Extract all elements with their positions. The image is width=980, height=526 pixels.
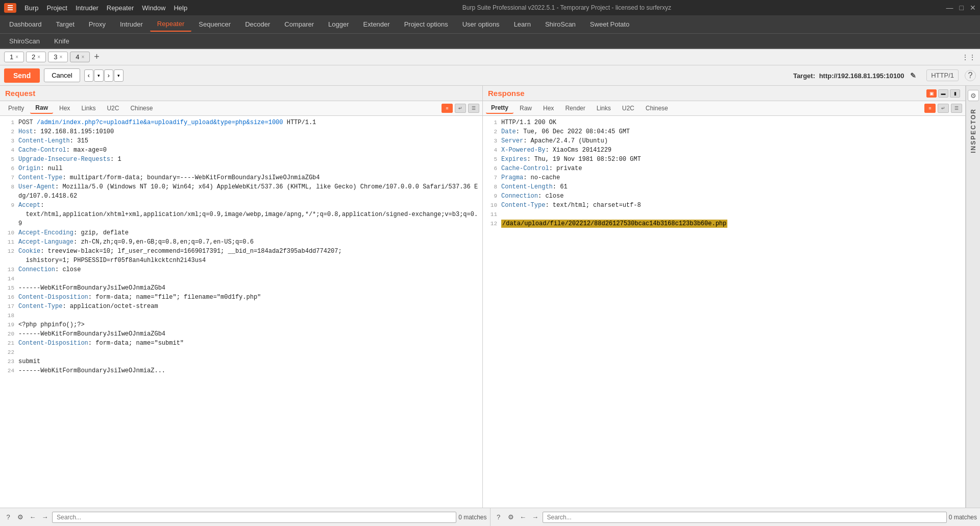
burp-logo: ☰ [4,3,16,13]
cancel-button[interactable]: Cancel [44,68,80,82]
resp-search-back-icon[interactable]: ← [518,512,528,522]
inspector-settings-icon[interactable]: ⚙ [968,90,979,101]
resp-tab-raw[interactable]: Raw [514,103,537,113]
req-search-fwd-icon[interactable]: → [40,512,50,522]
menu-repeater[interactable]: Repeater [107,4,134,12]
menu-burp[interactable]: Burp [24,4,38,12]
resp-tab-pretty[interactable]: Pretty [486,103,513,114]
resp-tab-chinese[interactable]: Chinese [641,103,673,113]
resp-view-ln-icon[interactable]: ↵ [938,104,949,113]
req-tab-links[interactable]: Links [76,103,101,113]
nav-back-button[interactable]: ‹ [84,69,93,82]
resp-line-6: 6 Cache-Control: private [483,164,965,173]
repeater-tabs-more-icon[interactable]: ⋮⋮ [962,53,976,61]
resp-line-9: 9 Connection: close [483,192,965,201]
req-tab-raw[interactable]: Raw [30,103,53,114]
nav-tab-target[interactable]: Target [49,17,82,31]
resp-line-5: 5 Expires: Thu, 19 Nov 1981 08:52:00 GMT [483,155,965,164]
nav-tab-extender[interactable]: Extender [356,17,397,31]
resp-line-7: 7 Pragma: no-cache [483,173,965,182]
req-line-12: 12 Cookie: treeview-black=10; lf_user_re… [0,247,482,265]
titlebar: ☰ Burp Project Intruder Repeater Window … [0,0,980,15]
minimize-button[interactable]: — [946,4,953,12]
repeater-tab-add[interactable]: + [92,52,102,62]
help-icon[interactable]: ? [965,70,976,81]
edit-target-icon[interactable]: ✎ [910,71,916,80]
req-line-17: 17 Content-Type: application/octet-strea… [0,302,482,311]
target-label: Target: [793,72,815,80]
req-tab-u2c[interactable]: U2C [102,103,124,113]
repeater-tab-4[interactable]: 4 × [70,52,90,62]
nav-tab-decoder[interactable]: Decoder [238,17,277,31]
repeater-tab-3[interactable]: 3 × [48,52,68,62]
nav-tab-dashboard[interactable]: Dashboard [2,17,49,31]
req-line-14: 14 [0,274,482,283]
http-version[interactable]: HTTP/1 [926,69,959,81]
send-button[interactable]: Send [4,68,40,83]
nav-fwd-button[interactable]: › [104,69,113,82]
req-tab-chinese[interactable]: Chinese [125,103,158,113]
req-search-back-icon[interactable]: ← [28,512,38,522]
req-line-1: 1 POST /admin/index.php?c=uploadfile&a=u… [0,118,482,127]
req-tab-hex[interactable]: Hex [54,103,75,113]
menu-help[interactable]: Help [174,4,187,12]
resp-tab-links[interactable]: Links [592,103,616,113]
resp-view-menu-icon[interactable]: ☰ [951,104,962,113]
repeater-tab-3-close[interactable]: × [59,54,62,60]
repeater-tab-2[interactable]: 2 × [26,52,46,62]
req-view-icons: ≡ ↵ ☰ [442,104,479,113]
inspector-label[interactable]: INSPECTOR [970,108,977,153]
req-view-ln-icon[interactable]: ↵ [455,104,466,113]
nav2-knife[interactable]: Knife [47,34,77,48]
req-view-menu-icon[interactable]: ☰ [468,104,479,113]
repeater-tab-1[interactable]: 1 × [4,52,24,62]
repeater-tab-2-close[interactable]: × [37,54,40,60]
nav-tab-shiroscan[interactable]: ShiroScan [538,17,583,31]
request-search-input[interactable] [52,512,456,523]
req-tab-pretty[interactable]: Pretty [3,103,29,113]
nav-tab-sweet-potato[interactable]: Sweet Potato [583,17,636,31]
resp-icon-horizontal[interactable]: ▬ [938,89,948,98]
resp-line-3: 3 Server: Apache/2.4.7 (Ubuntu) [483,136,965,146]
nav-tab-comparer[interactable]: Comparer [277,17,321,31]
window-controls: — □ ✕ [946,4,976,12]
nav-tab-project-options[interactable]: Project options [397,17,455,31]
req-line-3: 3 Content-Length: 315 [0,136,482,146]
req-search-help-icon[interactable]: ? [3,512,13,522]
menu-window[interactable]: Window [142,4,165,12]
nav-tab-learn[interactable]: Learn [507,17,538,31]
nav-tab-proxy[interactable]: Proxy [82,17,113,31]
nav-tab-intruder[interactable]: Intruder [113,17,150,31]
resp-search-settings-icon[interactable]: ⚙ [506,512,516,522]
nav2-shiroscan[interactable]: ShiroScan [2,34,47,48]
request-code-area[interactable]: 1 POST /admin/index.php?c=uploadfile&a=u… [0,116,482,508]
nav-tab-user-options[interactable]: User options [455,17,507,31]
menu-project[interactable]: Project [46,4,67,12]
req-search-settings-icon[interactable]: ⚙ [15,512,26,522]
response-search-input[interactable] [543,512,947,523]
resp-tab-render[interactable]: Render [560,103,590,113]
repeater-tab-1-close[interactable]: × [15,54,18,60]
maximize-button[interactable]: □ [960,4,964,12]
response-view-tabs: Pretty Raw Hex Render Links U2C Chinese … [483,101,965,116]
nav-back-dropdown[interactable]: ▾ [94,69,104,82]
target-url: http://192.168.81.195:10100 [819,72,904,80]
response-code-area[interactable]: 1 HTTP/1.1 200 OK 2 Date: Tue, 06 Dec 20… [483,116,965,508]
repeater-tab-4-close[interactable]: × [81,54,84,60]
resp-view-wrap-icon[interactable]: ≡ [924,104,936,113]
req-view-wrap-icon[interactable]: ≡ [442,104,453,113]
resp-icon-split[interactable]: ▣ [926,89,937,98]
resp-tab-hex[interactable]: Hex [538,103,559,113]
menu-intruder[interactable]: Intruder [76,4,99,12]
resp-view-icons: ≡ ↵ ☰ [924,104,962,113]
resp-tab-u2c[interactable]: U2C [617,103,640,113]
nav-fwd-dropdown[interactable]: ▾ [114,69,124,82]
nav-tab-logger[interactable]: Logger [321,17,356,31]
response-view-toggle-icons: ▣ ▬ ▮ [926,89,960,98]
resp-icon-vertical[interactable]: ▮ [950,89,960,98]
resp-search-help-icon[interactable]: ? [494,512,504,522]
nav-tab-sequencer[interactable]: Sequencer [191,17,238,31]
resp-search-fwd-icon[interactable]: → [530,512,541,522]
close-button[interactable]: ✕ [970,4,976,12]
nav-tab-repeater[interactable]: Repeater [150,17,191,32]
